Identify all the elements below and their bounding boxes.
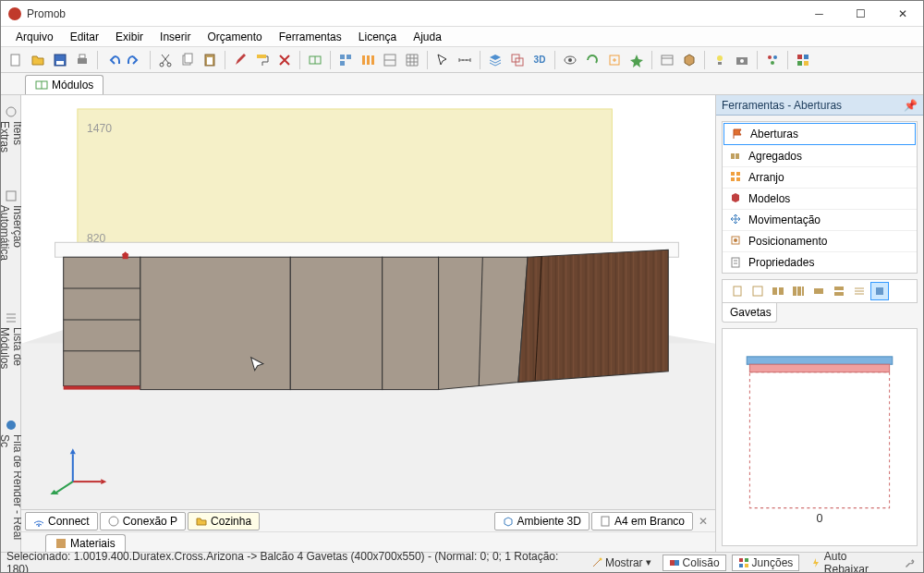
- visibility-icon[interactable]: [561, 51, 579, 69]
- tool-propriedades[interactable]: Propriedades: [723, 252, 917, 273]
- svg-rect-19: [371, 55, 374, 65]
- close-button[interactable]: ✕: [881, 1, 923, 26]
- svg-rect-75: [736, 153, 739, 159]
- 3d-viewport[interactable]: 1470 820: [21, 95, 715, 509]
- svg-point-81: [734, 238, 737, 242]
- pointer-icon[interactable]: [433, 51, 452, 69]
- nav-icon[interactable]: [627, 51, 646, 69]
- svg-rect-74: [731, 153, 735, 159]
- menu-exibir[interactable]: Exibir: [108, 29, 151, 45]
- menu-ajuda[interactable]: Ajuda: [406, 29, 449, 45]
- menu-licenca[interactable]: Licença: [351, 29, 404, 45]
- position-icon: [730, 235, 743, 248]
- minimize-button[interactable]: ─: [798, 1, 840, 26]
- tab-connect[interactable]: Connect: [25, 512, 98, 530]
- menu-arquivo[interactable]: Arquivo: [8, 29, 61, 45]
- page-icon: [600, 516, 611, 527]
- status-settings[interactable]: [903, 555, 918, 570]
- mbtn-3[interactable]: [769, 282, 787, 300]
- tab-cozinha[interactable]: Cozinha: [188, 512, 260, 530]
- tab-a4-branco[interactable]: A4 em Branco: [591, 512, 693, 530]
- tool-modelos[interactable]: Modelos: [723, 189, 917, 210]
- cut-icon[interactable]: [156, 51, 175, 69]
- right-panel-header: Ferramentas - Aberturas 📌: [716, 95, 923, 116]
- svg-rect-79: [736, 177, 740, 181]
- svg-rect-103: [745, 558, 748, 562]
- layout-icon[interactable]: [381, 51, 399, 69]
- delete-icon[interactable]: [275, 51, 294, 69]
- align-icon[interactable]: [336, 51, 355, 69]
- view-icon[interactable]: [658, 51, 676, 69]
- svg-rect-85: [734, 286, 741, 296]
- effects-icon[interactable]: [763, 51, 782, 69]
- menu-orcamento[interactable]: Orçamento: [200, 29, 269, 45]
- camera-icon[interactable]: [733, 51, 751, 69]
- tab-modulos[interactable]: Módulos: [25, 75, 103, 94]
- svg-rect-92: [814, 288, 823, 294]
- tool-posicionamento[interactable]: Posicionamento: [723, 231, 917, 252]
- mbtn-8[interactable]: [870, 282, 889, 300]
- svg-rect-87: [772, 287, 777, 295]
- tab-conexao-p[interactable]: Conexão P: [100, 512, 186, 530]
- tool-movimentacao[interactable]: Movimentação: [723, 210, 917, 231]
- svg-point-29: [717, 55, 723, 61]
- copy-icon[interactable]: [178, 51, 197, 69]
- refresh-icon[interactable]: [583, 51, 602, 69]
- modules-icon: [35, 79, 48, 91]
- measure-icon[interactable]: [456, 51, 474, 69]
- mbtn-6[interactable]: [830, 282, 848, 300]
- svg-rect-82: [732, 258, 739, 267]
- svg-rect-3: [78, 58, 87, 64]
- print-icon[interactable]: [73, 51, 91, 69]
- menu-editar[interactable]: Editar: [63, 29, 106, 45]
- svg-rect-97: [749, 364, 889, 372]
- distribute-icon[interactable]: [359, 51, 377, 69]
- status-mostrar[interactable]: Mostrar ▾: [586, 555, 657, 570]
- pin-icon[interactable]: 📌: [904, 99, 918, 112]
- light-icon[interactable]: [711, 51, 729, 69]
- flag-icon: [732, 128, 745, 140]
- tool-agregados[interactable]: Agregados: [723, 146, 917, 167]
- svg-rect-27: [662, 55, 673, 65]
- menu-ferramentas[interactable]: Ferramentas: [272, 29, 349, 45]
- svg-point-25: [568, 58, 572, 62]
- group-icon[interactable]: [508, 51, 527, 69]
- close-tab-button[interactable]: ✕: [695, 513, 711, 530]
- brush-icon[interactable]: [231, 51, 249, 69]
- mbtn-4[interactable]: [789, 282, 808, 300]
- tab-ambiente-3d[interactable]: Ambiente 3D: [494, 512, 590, 530]
- menu-inserir[interactable]: Inserir: [152, 29, 198, 45]
- svg-rect-0: [11, 55, 19, 66]
- mbtn-1[interactable]: [728, 282, 747, 300]
- roller-icon[interactable]: [253, 51, 272, 69]
- status-auto-rebaixar[interactable]: Auto Rebaixar: [805, 549, 897, 574]
- palette-icon[interactable]: [794, 51, 812, 69]
- svg-rect-76: [731, 172, 735, 176]
- svg-point-43: [6, 421, 16, 430]
- new-icon[interactable]: [6, 51, 25, 69]
- fit-icon[interactable]: [605, 51, 624, 69]
- paste-icon[interactable]: [201, 51, 219, 69]
- tool-arranjo[interactable]: Arranjo: [723, 167, 917, 189]
- mbtn-5[interactable]: [809, 282, 828, 300]
- mbtn-2[interactable]: [748, 282, 767, 300]
- grid-icon[interactable]: [403, 51, 421, 69]
- svg-rect-14: [340, 55, 345, 59]
- preview-value: 0: [816, 512, 822, 525]
- tab-gavetas[interactable]: Gavetas: [722, 303, 777, 323]
- svg-point-70: [38, 525, 40, 527]
- status-juncoes[interactable]: Junções: [732, 555, 800, 571]
- status-colisao[interactable]: Colisão: [663, 555, 726, 571]
- module-icon[interactable]: [306, 51, 324, 69]
- tool-aberturas[interactable]: Aberturas: [723, 123, 916, 145]
- redo-icon[interactable]: [126, 51, 144, 69]
- drawer-preview: 0: [722, 328, 918, 546]
- undo-icon[interactable]: [103, 51, 122, 69]
- box-icon[interactable]: [680, 51, 699, 69]
- save-icon[interactable]: [51, 51, 69, 69]
- maximize-button[interactable]: ☐: [840, 1, 881, 26]
- open-icon[interactable]: [29, 51, 47, 69]
- mbtn-7[interactable]: [850, 282, 869, 300]
- layers-icon[interactable]: [486, 51, 505, 69]
- 3d-icon[interactable]: 3D: [530, 51, 549, 69]
